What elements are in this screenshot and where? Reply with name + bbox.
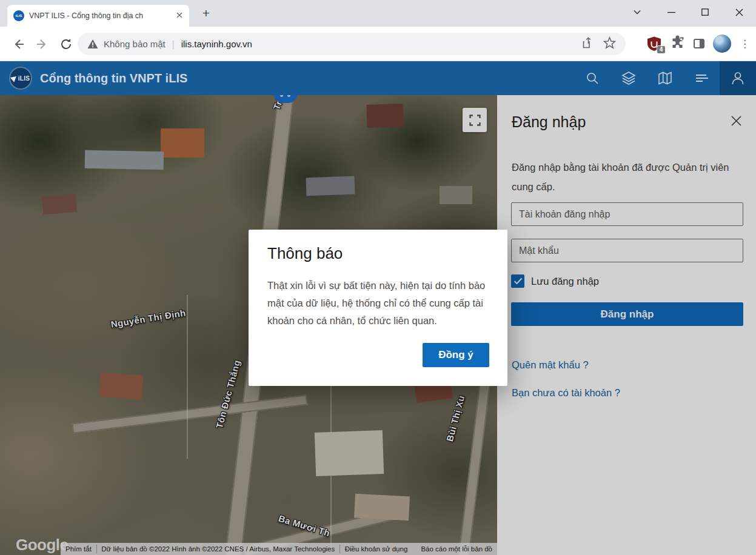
browser-toolbar: Không bảo mật | ilis.tayninh.gov.vn 4 ⋮ <box>0 27 756 61</box>
bookmark-star-icon[interactable] <box>603 36 616 52</box>
logo-flag-icon <box>10 74 18 82</box>
security-label[interactable]: Không bảo mật <box>104 39 166 49</box>
window-close-button[interactable] <box>722 0 756 24</box>
extensions-puzzle-icon[interactable] <box>671 35 685 52</box>
new-tab-button[interactable]: + <box>198 5 215 22</box>
window-maximize-button[interactable] <box>688 0 722 24</box>
url-text[interactable]: ilis.tayninh.gov.vn <box>181 39 252 49</box>
reload-icon[interactable] <box>58 36 74 52</box>
site-favicon-icon: iLIS <box>13 10 24 21</box>
tab-search-chevron-icon[interactable] <box>620 0 654 24</box>
browser-menu-icon[interactable]: ⋮ <box>740 38 750 50</box>
window-minimize-button[interactable] <box>654 0 688 24</box>
page-title: Cổng thông tin VNPT iLIS <box>40 71 187 85</box>
window-controls <box>620 0 756 24</box>
forward-icon[interactable] <box>34 36 50 52</box>
url-separator: | <box>172 39 175 49</box>
extension-badge: 4 <box>657 45 666 54</box>
not-secure-warning-icon <box>87 39 98 49</box>
menu-list-icon[interactable] <box>683 61 720 95</box>
address-bar[interactable]: Không bảo mật | ilis.tayninh.gov.vn <box>78 33 626 55</box>
map-icon[interactable] <box>647 61 683 95</box>
modal-body-text: Thật xin lỗi vì sự bất tiện này, hiện tạ… <box>267 277 489 330</box>
search-icon[interactable] <box>574 61 610 95</box>
tab-close-icon[interactable] <box>176 10 183 21</box>
browser-tab[interactable]: iLIS VNPT ILIS - Cổng thông tin địa ch <box>7 5 189 27</box>
notification-modal: Thông báo Thật xin lỗi vì sự bất tiện nà… <box>249 230 507 386</box>
user-account-icon[interactable] <box>720 61 756 95</box>
profile-avatar[interactable] <box>713 35 731 53</box>
modal-title: Thông báo <box>267 244 489 263</box>
extensions-row: 4 ⋮ <box>646 34 750 53</box>
share-icon[interactable] <box>581 37 594 52</box>
ilis-logo: iLIS <box>9 67 32 90</box>
modal-confirm-button[interactable]: Đồng ý <box>423 343 489 367</box>
adblock-extension-icon[interactable]: 4 <box>646 36 662 52</box>
tab-title: VNPT ILIS - Cổng thông tin địa ch <box>29 12 169 20</box>
browser-tab-strip: iLIS VNPT ILIS - Cổng thông tin địa ch + <box>0 0 756 27</box>
back-icon[interactable] <box>11 36 27 52</box>
page-content: Trần V Nguyễn Thị Định Tôn Đức Thắng Bùi… <box>0 95 756 555</box>
layers-icon[interactable] <box>610 61 647 95</box>
app-header: iLIS Cổng thông tin VNPT iLIS <box>0 61 756 95</box>
browser-sidebar-icon[interactable] <box>694 39 704 48</box>
